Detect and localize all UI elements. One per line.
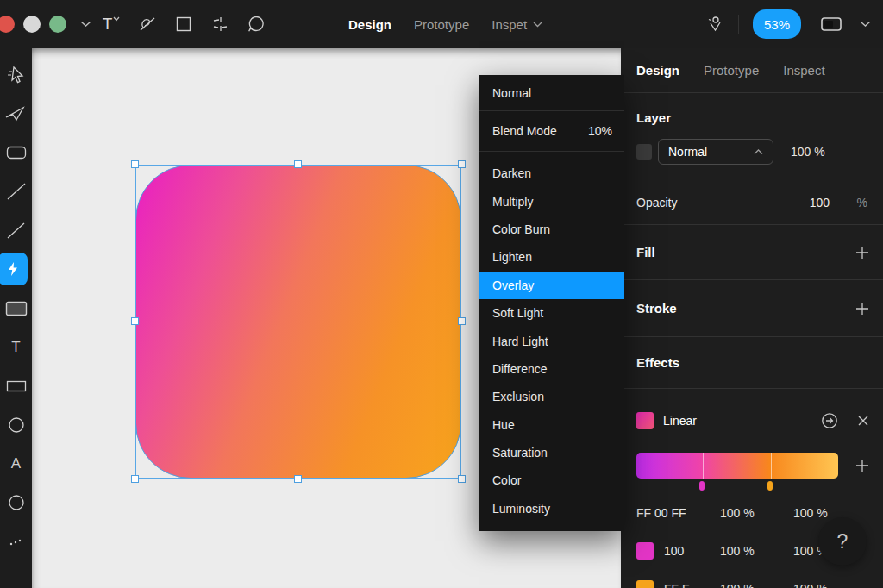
add-fill-button[interactable]	[855, 246, 869, 260]
window-layout-button[interactable]	[820, 16, 842, 33]
rectangle-tool-button[interactable]	[167, 8, 200, 41]
spotlight-icon[interactable]	[704, 13, 726, 35]
selection-bounds	[135, 165, 461, 479]
more-icon	[9, 536, 24, 547]
menu-item-saturation[interactable]: Saturation	[479, 439, 624, 466]
selection-handle[interactable]	[458, 160, 466, 168]
blend-mode-label: Blend Mode	[492, 124, 557, 138]
tidy-up-icon	[210, 16, 229, 33]
text-tool-side-button[interactable]: T	[0, 328, 32, 366]
help-button[interactable]: ?	[818, 517, 867, 566]
stop-hex-value[interactable]: 100	[664, 544, 684, 558]
blend-mode-select[interactable]: Normal	[658, 139, 773, 165]
add-stroke-button[interactable]	[855, 302, 869, 316]
close-icon[interactable]	[857, 415, 869, 427]
gradient-bar[interactable]	[636, 453, 838, 479]
tab-design[interactable]: Design	[348, 17, 391, 32]
tidy-up-button[interactable]	[204, 8, 236, 41]
selection-handle[interactable]	[294, 160, 302, 168]
stop-opacity-value[interactable]: 100 %	[793, 582, 867, 588]
circle-tool-button[interactable]	[0, 483, 32, 522]
menu-item-normal[interactable]: Normal	[479, 75, 624, 110]
add-gradient-stop-button[interactable]	[855, 459, 869, 472]
bolt-tool-button[interactable]	[0, 252, 32, 286]
divider	[738, 15, 739, 34]
menu-item-overlay[interactable]: Overlay	[479, 272, 624, 299]
select-arrow-button[interactable]	[0, 94, 32, 133]
gradient-type-label[interactable]: Linear	[663, 414, 697, 428]
opacity-value[interactable]: 100	[810, 196, 830, 210]
selection-handle[interactable]	[458, 475, 466, 483]
rectangle-icon	[175, 16, 192, 33]
layer-heading: Layer	[636, 110, 867, 125]
chevron-down-icon	[533, 22, 542, 28]
menu-item-darken[interactable]: Darken	[479, 160, 624, 187]
gradient-segment-divider	[703, 453, 704, 479]
panel-tab-inspect[interactable]: Inspect	[783, 63, 824, 78]
gradient-stop-markers	[636, 479, 883, 492]
stop-color-swatch[interactable]	[636, 542, 654, 560]
stop-hex-value[interactable]: FF F	[664, 582, 690, 588]
stop-alpha-value[interactable]: 100 %	[720, 506, 793, 520]
tab-prototype[interactable]: Prototype	[414, 17, 469, 32]
frame-tool-button[interactable]	[0, 133, 32, 172]
selection-handle[interactable]	[458, 317, 466, 325]
line-tool-button[interactable]	[0, 172, 32, 210]
menu-item-color-burn[interactable]: Color Burn	[479, 216, 624, 243]
gradient-swatch[interactable]	[636, 412, 654, 429]
menu-item-luminosity[interactable]: Luminosity	[479, 495, 624, 522]
ellipse-tool-button[interactable]	[0, 405, 32, 444]
chevron-down-icon[interactable]	[860, 21, 871, 28]
help-label: ?	[837, 530, 849, 554]
move-tool-button[interactable]	[0, 55, 32, 94]
stop-hex-value[interactable]: FF 00 FF	[636, 506, 720, 520]
artboard-tool-button[interactable]	[0, 289, 32, 328]
stroke-row: Stroke	[621, 280, 883, 337]
selection-handle[interactable]	[131, 317, 139, 325]
chevron-down-icon[interactable]	[80, 21, 91, 28]
frame-tool-icon	[6, 146, 27, 160]
layer-percent[interactable]: 100 %	[791, 145, 825, 159]
menu-item-hard-light[interactable]: Hard Light	[479, 327, 624, 354]
stop-color-swatch[interactable]	[636, 580, 654, 588]
menu-item-difference[interactable]: Difference	[479, 355, 624, 383]
text-tool-icon: T	[103, 15, 121, 34]
menu-item-lighten[interactable]: Lighten	[479, 243, 624, 271]
menu-item-multiply[interactable]: Multiply	[479, 187, 624, 215]
menu-item-exclusion[interactable]: Exclusion	[479, 383, 624, 410]
stop-alpha-value[interactable]: 100 %	[720, 582, 793, 588]
panel-tab-design[interactable]: Design	[636, 63, 679, 78]
zoom-level-button[interactable]: 53%	[753, 9, 801, 39]
tab-inspect-label: Inspet	[492, 17, 527, 32]
pen-tool-button[interactable]	[131, 8, 164, 41]
comment-tool-button[interactable]	[240, 8, 272, 41]
selection-handle[interactable]	[131, 475, 139, 483]
layer-thumbnail[interactable]	[636, 144, 652, 160]
selection-handle[interactable]	[131, 160, 139, 168]
gradient-stop-pin[interactable]	[767, 481, 773, 491]
menu-item-blend-mode[interactable]: Blend Mode 10%	[479, 111, 624, 151]
blend-mode-percent: 10%	[588, 124, 612, 138]
gradient-stop-pin[interactable]	[699, 481, 705, 491]
menu-item-soft-light[interactable]: Soft Light	[479, 299, 624, 327]
window-zoom-button[interactable]	[49, 16, 66, 33]
chevron-up-icon	[754, 149, 763, 155]
selection-handle[interactable]	[294, 475, 302, 483]
text-tool-button[interactable]: T	[95, 8, 128, 41]
window-close-button[interactable]	[0, 16, 15, 33]
arrow-circle-icon[interactable]	[821, 412, 838, 429]
rect-tool-side-button[interactable]	[0, 366, 32, 405]
menu-item-hue[interactable]: Hue	[479, 411, 624, 439]
window-minimize-button[interactable]	[23, 16, 41, 33]
menu-item-color[interactable]: Color	[479, 466, 624, 494]
tab-inspect[interactable]: Inspet	[492, 17, 542, 32]
more-tools-button[interactable]	[0, 522, 32, 560]
font-tool-button[interactable]: A	[0, 444, 32, 483]
top-toolbar: T Design Prototype	[0, 0, 883, 48]
panel-tab-prototype[interactable]: Prototype	[704, 63, 759, 78]
stop-alpha-value[interactable]: 100 %	[720, 544, 793, 558]
line-tool-icon	[6, 182, 27, 201]
stop-opacity-value[interactable]: 100 %	[793, 506, 867, 520]
pen-line-tool-button[interactable]	[0, 210, 32, 249]
opacity-unit: %	[830, 196, 867, 210]
